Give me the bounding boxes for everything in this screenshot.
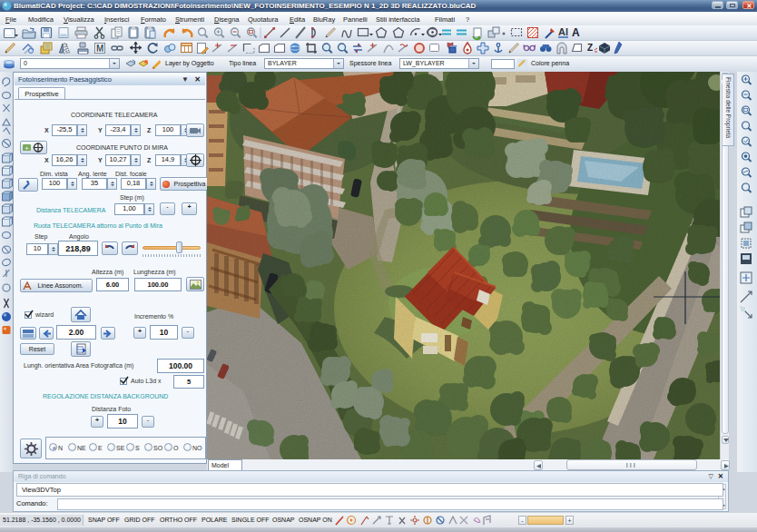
- svg-text:A: A: [572, 26, 580, 39]
- svg-text:Z: Z: [587, 43, 593, 53]
- svg-text:M: M: [96, 44, 103, 54]
- svg-text:+: +: [25, 144, 29, 153]
- svg-text:Al: Al: [558, 26, 568, 37]
